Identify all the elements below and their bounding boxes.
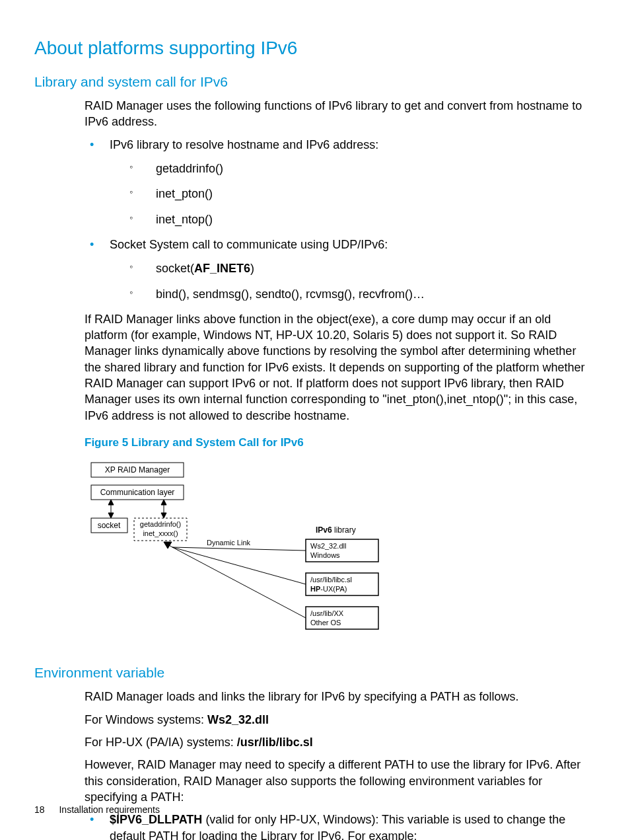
page-title: About platforms supporting IPv6 — [34, 36, 598, 61]
env-p3-pre: For HP-UX (PA/IA) systems: — [85, 736, 237, 749]
diagram-lib-windows-1: Ws2_32.dll — [310, 542, 346, 550]
env-p3-bold: /usr/lib/libc.sl — [237, 736, 313, 749]
env-p4: However, RAID Manager may need to specif… — [85, 757, 593, 805]
diagram-xp-raid: XP RAID Manager — [105, 465, 170, 475]
diagram-socket: socket — [98, 521, 121, 530]
env-p2-pre: For Windows systems: — [85, 713, 207, 726]
diagram-inetxxxx: inet_xxxx() — [143, 529, 178, 537]
socket-post: ) — [250, 262, 254, 275]
sublist-item: inet_pton() — [110, 186, 593, 202]
section-library-heading: Library and system call for IPv6 — [34, 73, 598, 91]
svg-marker-7 — [161, 513, 166, 518]
diagram-ipv6-label: IPv6 library — [316, 525, 356, 535]
diagram-lib-hpux-1: /usr/lib/libc.sl — [310, 576, 352, 584]
page-number: 18 — [34, 804, 45, 815]
list-item-text: Socket System call to communicate using … — [110, 238, 388, 251]
sublist: socket(AF_INET6) bind(), sendmsg(), send… — [110, 260, 593, 302]
sublist-item: socket(AF_INET6) — [110, 260, 593, 276]
list-item-text: IPv6 library to resolve hostname and IPv… — [110, 138, 378, 151]
list-item: IPv6 library to resolve hostname and IPv… — [85, 137, 593, 227]
explanation-paragraph: If RAID Manager links above function in … — [85, 311, 593, 424]
sublist-item: inet_ntop() — [110, 211, 593, 227]
diagram-comm-layer: Communication layer — [100, 488, 175, 497]
svg-line-15 — [172, 547, 306, 618]
diagram-getaddrinfo: getaddrinfo() — [140, 520, 181, 528]
list-item: $IPV6_DLLPATH (valid for only HP-UX, Win… — [85, 812, 593, 840]
svg-line-13 — [172, 547, 306, 551]
section-env-heading: Environment variable — [34, 664, 598, 682]
socket-const: AF_INET6 — [194, 262, 250, 275]
sublist: getaddrinfo() inet_pton() inet_ntop() — [110, 161, 593, 227]
feature-list: IPv6 library to resolve hostname and IPv… — [85, 137, 593, 302]
sublist-item: bind(), sendmsg(), sendto(), rcvmsg(), r… — [110, 286, 593, 302]
diagram-lib-windows-2: Windows — [310, 551, 340, 559]
footer-section: Installation requirements — [59, 804, 160, 815]
svg-marker-4 — [108, 513, 114, 518]
svg-marker-17 — [164, 542, 172, 549]
diagram-lib-other-1: /usr/lib/XX — [310, 609, 344, 617]
svg-marker-3 — [108, 500, 114, 505]
env-var-list: $IPV6_DLLPATH (valid for only HP-UX, Win… — [85, 812, 593, 840]
env-p2: For Windows systems: Ws2_32.dll — [85, 712, 593, 728]
socket-pre: socket( — [156, 262, 194, 275]
svg-marker-6 — [161, 500, 166, 505]
list-item: Socket System call to communicate using … — [85, 237, 593, 302]
env-p1: RAID Manager loads and links the library… — [85, 689, 593, 705]
env-p3: For HP-UX (PA/IA) systems: /usr/lib/libc… — [85, 734, 593, 750]
sublist-item: getaddrinfo() — [110, 161, 593, 176]
diagram-dynamic-link-label: Dynamic Link — [207, 539, 251, 547]
page-footer: 18 Installation requirements — [34, 804, 160, 816]
svg-line-14 — [172, 547, 306, 584]
diagram-lib-hpux-2: HP-UX(PA) — [310, 585, 347, 593]
env-p2-bold: Ws2_32.dll — [207, 713, 269, 726]
figure-caption: Figure 5 Library and System Call for IPv… — [85, 436, 593, 451]
diagram-lib-other-2: Other OS — [310, 619, 341, 627]
intro-paragraph: RAID Manager uses the following function… — [85, 98, 593, 130]
figure-diagram: XP RAID Manager Communication layer sock… — [85, 459, 593, 648]
